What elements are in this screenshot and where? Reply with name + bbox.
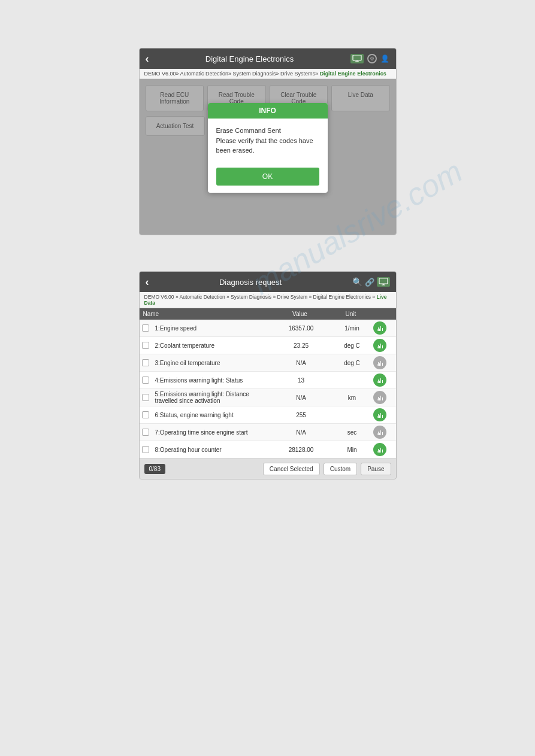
row-name: 1:Engine speed <box>155 325 271 332</box>
screen2-title: Diagnosis request <box>149 278 352 287</box>
modal-header-text: INFO <box>259 107 276 115</box>
row-unit: deg C <box>331 342 373 349</box>
col-header-name: Name <box>143 311 270 317</box>
screen2-header: ‹ Diagnosis request 🔍 🔗 <box>140 272 396 292</box>
modal-body: Erase Command Sent Please verify that th… <box>208 119 328 163</box>
row-value: 23.25 <box>271 342 331 349</box>
row-name: 6:Status, engine warning light <box>155 412 271 418</box>
svg-rect-3 <box>379 278 388 284</box>
row-value: 13 <box>271 377 331 384</box>
table-row: 8:Operating hour counter28128.00Min <box>140 441 396 459</box>
modal-footer: OK <box>208 163 328 193</box>
user-icon: 👤 <box>380 54 390 63</box>
modal-header: INFO <box>208 103 328 119</box>
table-row: 4:Emissions warning light: Status13 <box>140 372 396 389</box>
screen2-header-icons: 🔍 🔗 <box>352 277 390 287</box>
breadcrumb-text: DEMO V6.00» Automatic Detection» System … <box>144 71 320 77</box>
row-graph-button <box>373 391 386 404</box>
svg-rect-0 <box>353 55 361 60</box>
row-unit: Min <box>331 447 373 453</box>
row-name: 5:Emissions warning light: Distance trav… <box>155 391 271 404</box>
modal-overlay: INFO Erase Command Sent Please verify th… <box>140 79 396 235</box>
row-unit: sec <box>331 429 373 436</box>
row-graph-button <box>373 356 386 369</box>
live-data-table: 1:Engine speed16357.001/min2:Coolant tem… <box>140 320 396 459</box>
screen2-breadcrumb-text: DEMO V6.00 » Automatic Detection » Syste… <box>144 294 377 300</box>
pause-button[interactable]: Pause <box>361 463 391 475</box>
cancel-selected-button[interactable]: Cancel Selected <box>263 463 320 475</box>
screen2-breadcrumb: DEMO V6.00 » Automatic Detection » Syste… <box>140 292 396 308</box>
row-name: 7:Operating time since engine start <box>155 429 271 436</box>
search-icon[interactable]: 🔍 <box>352 277 362 287</box>
row-checkbox[interactable] <box>142 359 149 366</box>
row-value: N/A <box>271 394 331 401</box>
table-row: 3:Engine oil temperatureN/Adeg C <box>140 354 396 372</box>
screen1-header: ‹ Digital Engine Electronics ⚙ 👤 <box>140 48 396 69</box>
link-icon: ⚙ <box>367 54 377 63</box>
screen2-bottom-bar: 0/83 Cancel Selected Custom Pause <box>140 459 396 479</box>
breadcrumb-active: Digital Engine Electronics <box>320 71 386 77</box>
row-checkbox[interactable] <box>142 429 149 436</box>
table-header: Name Value Unit <box>140 308 396 320</box>
row-name: 2:Coolant temperature <box>155 342 271 349</box>
modal-line1: Erase Command Sent <box>216 126 319 136</box>
table-row: 5:Emissions warning light: Distance trav… <box>140 389 396 406</box>
monitor-icon <box>350 54 364 63</box>
row-value: 255 <box>271 412 331 418</box>
row-graph-button[interactable] <box>373 339 386 352</box>
header-icons: ⚙ 👤 <box>350 54 390 63</box>
col-header-value: Value <box>270 311 330 317</box>
monitor2-icon <box>377 277 390 287</box>
screen1-container: ‹ Digital Engine Electronics ⚙ 👤 DEMO V6… <box>139 48 397 235</box>
screen1-body: Read ECU Information Read Trouble Code C… <box>140 79 396 235</box>
row-graph-button[interactable] <box>373 374 386 387</box>
modal-line2: Please verify that the codes have been e… <box>216 136 319 156</box>
table-row: 7:Operating time since engine startN/Ase… <box>140 424 396 441</box>
screen2-container: ‹ Diagnosis request 🔍 🔗 DEMO V6.00 » Aut… <box>139 271 397 479</box>
row-unit: 1/min <box>331 325 373 332</box>
row-value: N/A <box>271 429 331 436</box>
counter-badge: 0/83 <box>144 464 165 474</box>
col-header-unit: Unit <box>330 311 372 317</box>
row-graph-button[interactable] <box>373 443 386 456</box>
breadcrumb: DEMO V6.00» Automatic Detection» System … <box>140 69 396 79</box>
info-modal: INFO Erase Command Sent Please verify th… <box>208 103 328 193</box>
row-checkbox[interactable] <box>142 377 149 384</box>
row-unit: deg C <box>331 360 373 366</box>
row-checkbox[interactable] <box>142 394 149 401</box>
row-graph-button <box>373 426 386 439</box>
table-row: 6:Status, engine warning light255 <box>140 406 396 424</box>
row-checkbox[interactable] <box>142 342 149 349</box>
row-value: N/A <box>271 360 331 366</box>
custom-button[interactable]: Custom <box>324 463 357 475</box>
row-name: 8:Operating hour counter <box>155 447 271 453</box>
row-graph-button[interactable] <box>373 321 386 335</box>
screen1-title: Digital Engine Electronics <box>149 54 350 63</box>
row-value: 28128.00 <box>271 447 331 453</box>
row-unit: km <box>331 394 373 401</box>
row-name: 3:Engine oil temperature <box>155 360 271 366</box>
table-row: 1:Engine speed16357.001/min <box>140 320 396 337</box>
row-checkbox[interactable] <box>142 446 149 453</box>
link2-icon: 🔗 <box>365 278 374 287</box>
row-value: 16357.00 <box>271 325 331 332</box>
row-name: 4:Emissions warning light: Status <box>155 377 271 384</box>
row-checkbox[interactable] <box>142 324 149 332</box>
table-row: 2:Coolant temperature23.25deg C <box>140 337 396 354</box>
col-header-action <box>372 311 392 317</box>
modal-ok-button[interactable]: OK <box>216 168 319 186</box>
row-checkbox[interactable] <box>142 411 149 418</box>
row-graph-button[interactable] <box>373 408 386 421</box>
